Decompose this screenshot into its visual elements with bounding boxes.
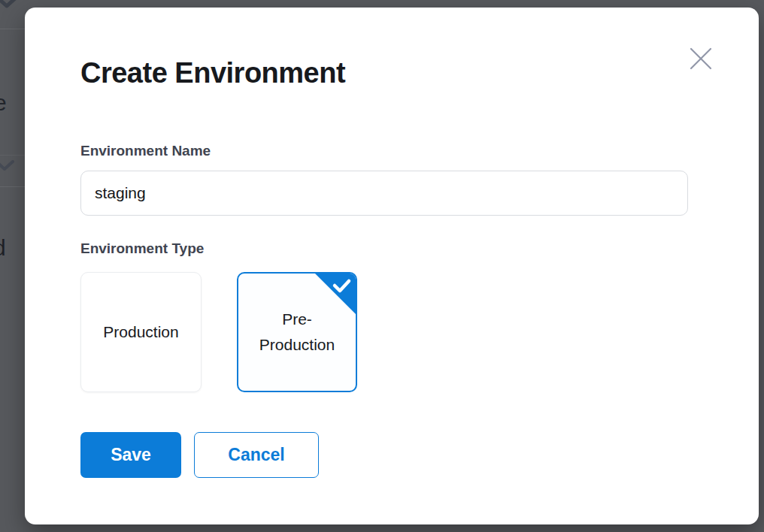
create-environment-dialog: Create Environment Environment Name Envi…	[25, 8, 759, 524]
environment-name-label: Environment Name	[80, 143, 211, 159]
background-divider	[0, 186, 25, 187]
environment-name-input[interactable]	[80, 171, 688, 216]
close-icon	[689, 47, 713, 71]
background-text-fragment: d	[0, 237, 6, 259]
background-divider	[0, 155, 25, 156]
cancel-button[interactable]: Cancel	[194, 432, 319, 478]
background-chevron-down-icon	[0, 158, 17, 173]
close-button[interactable]	[687, 44, 715, 73]
environment-type-option-pre-production[interactable]: Pre-Production	[237, 272, 357, 392]
background-chevron-icon	[0, 0, 21, 11]
option-label: Production	[103, 319, 178, 345]
save-button[interactable]: Save	[80, 432, 181, 478]
dialog-title: Create Environment	[80, 57, 345, 89]
environment-type-label: Environment Type	[80, 240, 204, 257]
background-divider	[0, 29, 25, 29]
background-text-fragment: e	[0, 92, 7, 114]
environment-type-option-production[interactable]: Production	[80, 272, 202, 392]
option-label: Pre-Production	[251, 307, 343, 358]
